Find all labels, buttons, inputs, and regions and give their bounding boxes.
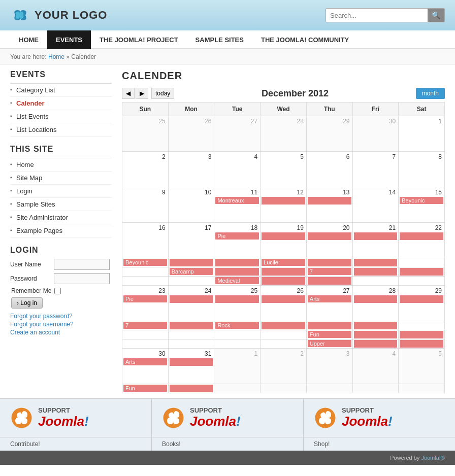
joomla-logo-contribute [10,406,33,429]
day-jan2: 2 [261,349,307,384]
calendar-header-row: Sun Mon Tue Wed Thu Fri Sat [122,103,445,116]
sidebar-item-list-locations[interactable]: List Locations [10,123,112,137]
day-16b: Beyounic [122,258,169,267]
sidebar-item-sample-sites[interactable]: Sample Sites [10,198,112,211]
col-mon: Mon [168,103,214,116]
month-view-button[interactable]: month [416,88,445,99]
event-pie-1[interactable]: Pie [215,232,259,240]
day-22: 22 [399,223,445,258]
event-7-sun[interactable]: 7 [123,322,167,329]
event-arts-1[interactable]: Arts [308,295,351,302]
event-pie-2[interactable]: Pie [123,295,167,302]
table-row: 16 17 18 Pie 19 20 21 [122,223,445,258]
day-2: 2 [122,152,169,187]
footer-shop: SUPPORT Joomla! [304,399,455,437]
today-button[interactable]: today [151,88,174,99]
day-25c [214,330,261,339]
event-pie-cont3 [354,232,398,240]
day-21d [352,277,399,286]
day-24c [168,330,214,339]
day-19b: Lucile [261,258,307,267]
day-18d: Medieval [214,277,261,286]
day-25d [214,339,261,349]
event-barcamp-cont [215,268,259,276]
next-month-button[interactable]: ▶ [136,88,148,99]
breadcrumb-home[interactable]: Home [48,53,64,60]
footer-books: SUPPORT Joomla! [152,399,304,437]
event-pie-cont2 [308,232,351,240]
nav-events[interactable]: EVENTS [47,30,91,49]
event-upper[interactable]: Upper [308,340,351,347]
prev-month-button[interactable]: ◀ [122,88,135,99]
event-lucile-cont [308,259,351,266]
day-7: 7 [352,152,399,187]
sidebar-item-example-pages[interactable]: Example Pages [10,224,112,237]
event-beyounic-row2[interactable]: Beyounic [123,259,167,266]
table-row: Barcamp 7 [122,267,445,277]
sidebar-item-site-admin[interactable]: Site Administrator [10,211,112,224]
search-bar[interactable]: 🔍 [326,8,445,22]
day-jan4: 4 [352,349,399,384]
event-7-thu[interactable]: 7 [308,268,351,275]
sidebar-item-list-events[interactable]: List Events [10,110,112,123]
day-21: 21 [352,223,399,258]
day-27d: Upper [306,339,352,349]
powered-by-text: Powered by [390,455,419,461]
day-15: 15 Beyounic [399,187,445,223]
event-montreaux[interactable]: Montreaux [215,197,259,204]
event-fun[interactable]: Fun [308,331,351,338]
forgot-username-link[interactable]: Forgot your username? [10,321,112,328]
day-nov25: 25 [122,116,169,152]
event-arts-2[interactable]: Arts [123,358,167,365]
day-23b: 7 [122,321,169,330]
day-13: 13 [306,187,352,223]
day-nov27: 27 [214,116,261,152]
nav-sample-sites[interactable]: SAMPLE SITES [187,30,252,49]
table-row: 25 26 27 28 29 30 1 [122,116,445,152]
event-barcamp[interactable]: Barcamp [170,268,213,275]
sidebar-item-home[interactable]: Home [10,158,112,172]
password-input[interactable] [54,273,110,284]
nav-joomla-project[interactable]: THE JOOMLA! PROJECT [91,30,187,49]
search-input[interactable] [326,9,428,22]
sidebar-item-login[interactable]: Login [10,185,112,198]
table-row: Fun [122,384,445,393]
event-medieval[interactable]: Medieval [215,277,259,284]
day-14: 14 [352,187,399,223]
event-lucile[interactable]: Lucile [262,259,305,266]
day-17d [168,277,214,286]
event-beyounic-1[interactable]: Beyounic [400,197,443,204]
event-rock[interactable]: Rock [215,322,259,329]
sidebar-item-site-map[interactable]: Site Map [10,172,112,185]
day-9: 9 [122,187,169,223]
day-8: 8 [399,152,445,187]
forgot-password-link[interactable]: Forgot your password? [10,313,112,320]
day-22d [399,277,445,286]
search-button[interactable]: 🔍 [428,9,444,22]
create-account-link[interactable]: Create an account [10,329,112,336]
day-29b [399,321,445,330]
breadcrumb: You are here: Home » Calender [0,49,455,65]
footer-labels: Contribute! Books! Shop! [0,437,455,451]
nav-joomla-community[interactable]: THE JOOMLA! COMMUNITY [252,30,358,49]
joomla-logo-books [162,406,185,429]
remember-me-checkbox[interactable] [54,288,61,294]
table-row: 2 3 4 5 6 7 8 [122,152,445,187]
username-input[interactable] [54,259,110,270]
joomla-link[interactable]: Joomla!® [421,455,445,461]
sidebar-item-calender[interactable]: Calender [10,97,112,110]
event-pie2-cont3 [262,295,305,303]
login-links: Forgot your password? Forgot your userna… [10,313,112,336]
day-20d [306,277,352,286]
month-title: December 2012 [262,88,329,99]
day-16c [122,267,169,277]
event-beyounic-cont2 [215,259,259,266]
calendar-table: Sun Mon Tue Wed Thu Fri Sat 25 26 27 28 … [122,102,445,393]
event-fun-2[interactable]: Fun [123,385,167,392]
sidebar: EVENTS Category List Calender List Event… [10,70,112,393]
nav-home[interactable]: HOME [10,30,47,49]
this-site-section-title: THIS SITE [10,145,112,154]
sidebar-item-category-list[interactable]: Category List [10,84,112,97]
login-button[interactable]: › Log in [11,297,43,309]
day-26: 26 [261,286,307,321]
